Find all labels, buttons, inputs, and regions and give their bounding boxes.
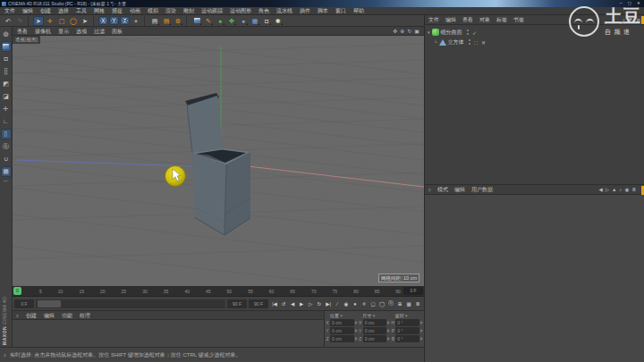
coordinate-value-field[interactable]: 0 cm [363,319,387,326]
viewport-menu-item[interactable]: 过滤 [94,27,105,36]
menu-item[interactable]: 运动图形 [230,7,251,15]
value-stepper[interactable] [420,337,423,341]
viewport-menu-item[interactable]: 摄像机 [35,27,51,36]
object-manager-menu-item[interactable]: 查看 [462,15,473,25]
toolbar-separator[interactable] [93,16,96,26]
value-stepper[interactable] [387,337,390,341]
add-spline-icon[interactable]: ✎ [203,16,214,26]
material-menu-item[interactable]: 功能 [62,311,72,320]
value-stepper[interactable] [420,321,423,324]
selection-tag[interactable]: ∷ [474,39,478,46]
object-manager-menu-item[interactable]: 文件 [428,15,439,25]
menu-item[interactable]: 捕捉 [112,7,123,15]
menu-item[interactable]: 脚本 [318,7,328,15]
menu-item[interactable]: 雕刻 [183,7,194,15]
value-stepper[interactable] [387,321,390,324]
play-reverse-button[interactable]: ↺ [279,299,288,308]
close-button[interactable]: ✕ [635,0,642,7]
maximize-button[interactable]: ▢ [626,0,633,7]
viewport-solo-icon[interactable]: ▯ [1,129,12,139]
menu-item[interactable]: 渲染 [165,7,176,15]
coordinate-value-field[interactable]: 0 ° [395,335,419,342]
next-frame-button[interactable]: ▷ [306,299,315,308]
panel-icon[interactable]: ≡ [428,187,431,192]
lock-workplane-icon[interactable]: ⌒ [1,179,12,189]
panel-menu-icon[interactable]: ≣ [631,187,636,192]
visibility-dots[interactable] [467,29,470,36]
live-selection-icon[interactable]: ➤ [33,16,44,26]
menu-item[interactable]: 模拟 [148,7,158,15]
texture-mode-icon[interactable]: ◘ [1,54,12,64]
enabled-state-tag[interactable]: ✓ [472,29,477,36]
filter-icon[interactable]: ▼ [628,17,633,22]
edge-mode-icon[interactable]: ◩ [1,79,12,89]
position-group-label[interactable]: 位置 ▾ [326,313,358,318]
value-stepper[interactable] [420,329,423,333]
viewport-menu-item[interactable]: 显示 [58,27,69,36]
attribute-menu-item[interactable]: 编辑 [454,184,465,195]
lock-x-axis-button[interactable]: X [98,16,108,25]
axis-workplane-icon[interactable]: ∟ [1,116,12,127]
add-light-icon[interactable]: ✺ [273,16,284,26]
goto-end-button[interactable]: ▶| [324,299,333,308]
add-modeling-object-icon[interactable]: ▦ [250,16,260,26]
object-tree[interactable]: ▾ 细分曲面 ✓ └ 立方体 ∷ ✕ [425,25,644,184]
scrollbar-handle[interactable] [38,300,61,307]
timeline-ruler[interactable]: 0 51015202530354045505560657075808590 0 … [13,286,424,297]
object-row-subdivision-surface[interactable]: ▾ 细分曲面 ✓ [428,28,477,37]
menu-item[interactable]: 运动跟踪 [201,7,223,15]
menu-item[interactable]: 编辑 [22,7,33,15]
viewport-menu-item[interactable]: 选项 [76,27,87,36]
object-manager-menu-item[interactable]: 编辑 [445,15,456,25]
coordinate-value-field[interactable]: 0 ° [395,327,419,334]
material-menu-item[interactable]: 纹理 [80,311,90,320]
value-stepper[interactable] [355,329,358,333]
key-rotation-button[interactable]: ◯ [377,299,386,308]
workplane-grid-icon[interactable]: ▦ [1,166,12,177]
pin-icon[interactable]: ▲ [612,187,616,192]
playback-options-button[interactable]: ▦ [404,299,413,308]
key-parameter-button[interactable]: Ⓟ [386,299,395,308]
search-icon[interactable]: ⌕ [623,17,625,23]
menu-item[interactable]: 文件 [4,7,15,15]
pan-view-icon[interactable]: ✥ [393,27,397,36]
attribute-menu-item[interactable]: 用户数据 [471,184,493,195]
menu-item[interactable]: 选择 [58,7,69,15]
range-end-field[interactable]: 90 F [249,299,268,308]
current-frame-field[interactable]: 0 F [403,287,423,295]
start-frame-field[interactable]: 0 F [14,299,34,308]
move-tool-icon[interactable]: ✛ [45,16,55,26]
enable-axis-icon[interactable]: ✛ [1,104,12,114]
coordinate-value-field[interactable]: 0 cm [363,327,387,334]
history-forward-icon[interactable]: ▷ [606,187,609,192]
frame-rate-button[interactable]: ≣ [413,299,422,308]
object-manager-menu-item[interactable]: 对象 [479,15,490,25]
menu-item[interactable]: 网格 [94,7,105,15]
panel-icon[interactable]: ≡ [16,313,19,318]
redo-icon[interactable]: ↷ [14,16,25,26]
model-mode-icon[interactable] [1,41,12,52]
menu-item[interactable]: 动画 [130,7,140,15]
timeline-playhead[interactable]: 0 [13,287,21,295]
viewport-menu-item[interactable]: 查看 [17,27,28,36]
toolbar-separator[interactable] [144,16,147,26]
history-back-icon[interactable]: ◀ [599,187,603,192]
material-list-empty[interactable] [13,320,324,346]
key-scale-button[interactable]: ▢ [369,299,377,308]
menu-item[interactable]: 角色 [258,7,269,15]
add-environment-icon[interactable]: ● [238,16,249,26]
attribute-menu-item[interactable]: 模式 [437,184,448,195]
menu-item[interactable]: 工具 [76,7,87,15]
lock-icon[interactable]: ◉ [625,187,630,192]
key-pla-button[interactable]: ⊞ [395,299,404,308]
expander-icon[interactable]: ▾ [428,29,430,35]
rotate-view-icon[interactable]: ↻ [407,27,411,36]
play-button[interactable]: ▶ [297,299,306,308]
coordinate-system-icon[interactable]: ⌖ [131,16,141,26]
end-frame-field[interactable]: 90 F [227,299,247,308]
attribute-manager-body[interactable] [425,195,644,362]
coordinate-value-field[interactable]: 0 cm [363,335,387,342]
object-label[interactable]: 立方体 [448,38,464,46]
object-label[interactable]: 细分曲面 [441,29,462,37]
menu-item[interactable]: 窗口 [335,7,346,15]
